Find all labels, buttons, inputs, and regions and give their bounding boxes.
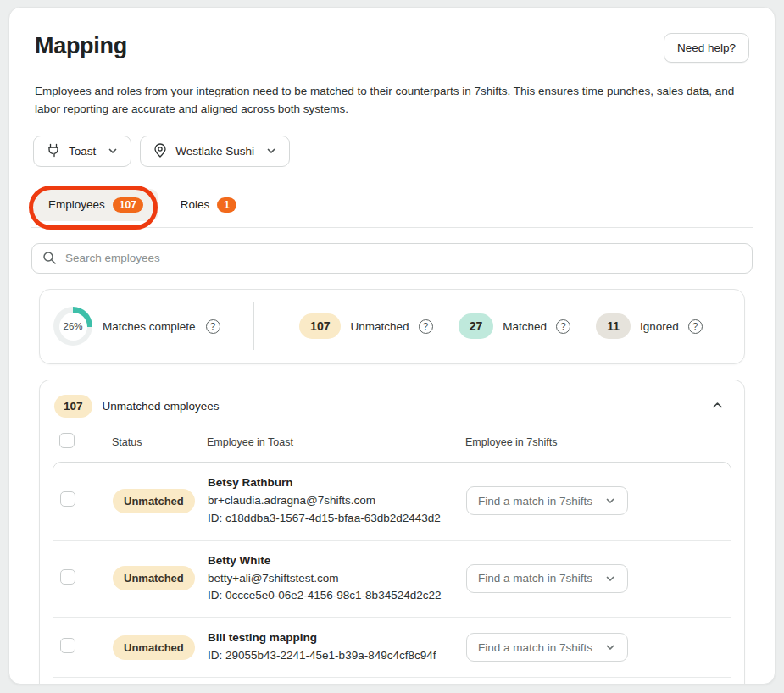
table-row: Unmatched Betsy Rathburn br+claudia.adra… [53,463,731,540]
find-match-in-7shifts-dropdown[interactable]: Find a match in 7shifts [466,564,628,593]
stats-group: 107 Unmatched ? 27 Matched ? 11 Ignored … [261,313,744,339]
dropdown-label: Find a match in 7shifts [478,572,592,585]
plug-icon [46,143,61,158]
mapping-page-card: Mapping Need help? Employees and roles f… [8,7,776,685]
location-label: Westlake Sushi [175,145,258,158]
employee-name: Betty White [208,552,466,570]
unmatched-stat: 107 Unmatched ? [299,313,432,339]
progress-ring: 26% [53,307,92,346]
page-description: Employees and roles from your integratio… [35,83,749,119]
row-checkbox[interactable] [60,569,75,585]
divider [253,302,254,350]
help-icon[interactable]: ? [556,319,570,334]
chevron-down-icon [604,495,616,507]
tab-employees-count-badge: 107 [113,197,143,213]
unmatched-label: Unmatched [350,320,409,333]
chevron-down-icon [604,573,616,585]
employee-id: ID: 29055b43-2241-45e1-b39a-849c4cf8c94f [208,647,466,665]
employee-email: betty+ali@7shiftstest.com [208,570,466,588]
status-badge: Unmatched [113,489,195,513]
matches-complete-stat: 26% Matches complete ? [40,307,253,346]
chevron-down-icon [604,641,616,653]
dropdown-label: Find a match in 7shifts [478,495,592,507]
matches-complete-label: Matches complete [103,320,196,333]
ignored-label: Ignored [640,320,679,333]
tab-employees-label: Employees [48,198,105,211]
tab-employees[interactable]: Employees 107 [33,189,158,221]
group-title: Unmatched employees [103,400,695,413]
matched-label: Matched [503,320,547,333]
tabs: Employees 107 Roles 1 [31,184,753,228]
matched-stat: 27 Matched ? [459,313,570,339]
column-employee-in-toast: Employee in Toast [207,436,465,448]
ignored-stat: 11 Ignored ? [596,313,703,339]
employee-id: ID: 0ccce5e0-06e2-4156-98c1-8b34524d2c22 [208,587,466,605]
need-help-button[interactable]: Need help? [664,33,749,63]
search-bar [31,243,753,274]
integration-select[interactable]: Toast [33,136,131,167]
table-row: Unmatched Bill testing mapping ID: 29055… [53,617,731,677]
collapse-section-button[interactable] [705,395,730,419]
table-row: Unmatched Find a match in Toast Billie B… [53,677,731,685]
chevron-down-icon [265,145,277,157]
table-column-headers: Status Employee in Toast Employee in 7sh… [53,433,731,462]
location-pin-icon [153,143,168,158]
tab-roles[interactable]: Roles 1 [165,189,252,221]
row-checkbox[interactable] [60,638,75,653]
filter-row: Toast Westlake Sushi [33,136,753,167]
help-icon[interactable]: ? [688,319,703,334]
find-match-in-7shifts-dropdown[interactable]: Find a match in 7shifts [466,633,628,662]
dropdown-label: Find a match in 7shifts [478,641,592,654]
match-summary-card: 26% Matches complete ? 107 Unmatched ? 2… [39,289,745,364]
unmatched-employees-section: 107 Unmatched employees Status Employee … [39,380,745,685]
table-row: Unmatched Betty White betty+ali@7shiftst… [53,540,731,618]
tab-roles-count-badge: 1 [217,197,236,213]
employee-id: ID: c18ddba3-1567-4d15-bfaa-63db2d2443d2 [208,510,466,528]
row-checkbox[interactable] [60,491,75,507]
location-select[interactable]: Westlake Sushi [140,136,290,167]
status-badge: Unmatched [113,566,195,590]
column-employee-in-7shifts: Employee in 7shifts [465,436,731,448]
search-input[interactable] [65,252,742,264]
employee-name: Bill testing mapping [208,629,466,647]
rows-container: Unmatched Betsy Rathburn br+claudia.adra… [53,462,731,685]
employee-email: br+claudia.adragna@7shifts.com [208,492,466,510]
tab-roles-label: Roles [181,198,210,211]
employee-name: Betsy Rathburn [208,474,466,492]
find-match-in-7shifts-dropdown[interactable]: Find a match in 7shifts [466,486,628,515]
unmatched-count-pill: 107 [299,313,341,339]
search-icon [42,251,57,265]
chevron-up-icon [710,398,725,413]
help-icon[interactable]: ? [419,319,433,334]
ignored-count-pill: 11 [596,313,631,339]
matched-count-pill: 27 [459,313,494,339]
chevron-down-icon [107,145,119,157]
select-all-checkbox[interactable] [59,433,75,448]
group-header: 107 Unmatched employees [53,395,731,419]
column-status: Status [112,436,207,448]
page-title: Mapping [35,33,127,59]
integration-label: Toast [69,145,99,158]
group-count-pill: 107 [54,395,92,418]
page-header: Mapping Need help? [31,33,753,63]
help-icon[interactable]: ? [206,319,220,334]
status-badge: Unmatched [113,635,195,660]
progress-percent: 26% [59,313,87,341]
